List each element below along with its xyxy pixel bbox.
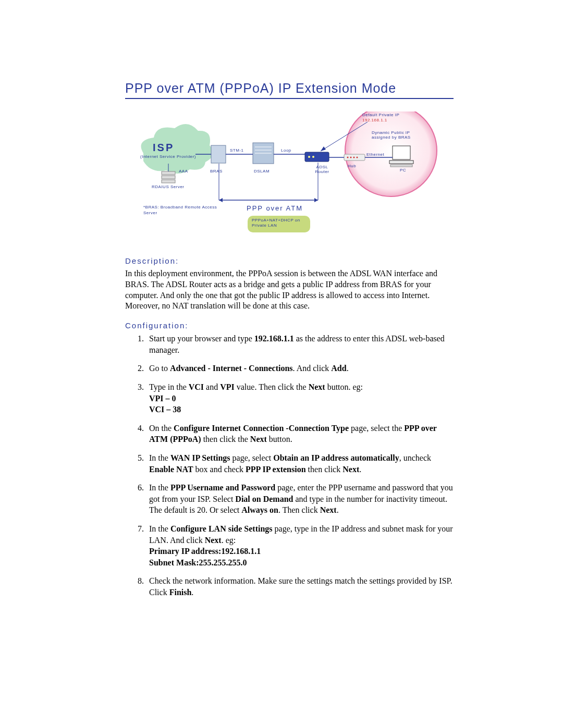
svg-rect-17 [393, 146, 410, 159]
radius-label: RDAIUS Server [152, 184, 188, 189]
pppoa-note: PPPoA+NAT+DHCP on Private LAN [252, 218, 308, 229]
list-item: Go to Advanced - Internet - Connections.… [146, 363, 454, 374]
svg-marker-33 [321, 146, 326, 151]
svg-point-15 [353, 157, 355, 158]
svg-rect-1 [162, 171, 175, 175]
title-rule [125, 98, 454, 99]
description-text: In this deployment environment, the PPPo… [125, 268, 454, 312]
list-item: Type in the VCI and VPI value. Then clic… [146, 381, 454, 415]
aaa-label: AAA [179, 169, 188, 174]
dynamic-ip-label: Dynamic Public IP assigned by BRAS [372, 130, 429, 140]
svg-rect-3 [162, 180, 175, 183]
default-ip-value: 192.168.1.1 [362, 118, 387, 122]
list-item: In the PPP Username and Password page, e… [146, 482, 454, 516]
document-page: PPP over ATM (PPPoA) IP Extension Mode [0, 0, 563, 647]
configuration-heading: Configuration: [125, 321, 454, 330]
svg-point-13 [347, 157, 349, 158]
page-title: PPP over ATM (PPPoA) IP Extension Mode [125, 81, 454, 96]
svg-point-16 [357, 157, 358, 158]
bras-note: *BRAS: Broadband Remote Access Server [143, 204, 222, 216]
stm1-label: STM-1 [230, 148, 244, 153]
bras-label: BRAS [210, 169, 223, 174]
network-diagram: ISP (Internet Service Provider) STM-1 Lo… [133, 112, 446, 247]
isp-sublabel: (Internet Service Provider) [140, 154, 196, 159]
list-item: Start up your browser and type 192.168.1… [146, 333, 454, 355]
svg-point-10 [308, 156, 310, 158]
list-item: Check the network information. Make sure… [146, 575, 454, 598]
default-ip-label: Default Private IP [362, 113, 399, 117]
pc-label: PC [400, 168, 406, 172]
dslam-label: DSLAM [254, 169, 270, 174]
isp-label: ISP [153, 142, 174, 154]
list-item: In the Configure LAN side Settings page,… [146, 523, 454, 568]
svg-rect-4 [211, 145, 226, 163]
svg-point-11 [312, 156, 314, 158]
hub-label: Hub [348, 164, 356, 168]
svg-rect-2 [162, 176, 175, 179]
svg-rect-18 [389, 161, 413, 164]
configuration-list: Start up your browser and type 192.168.1… [125, 333, 454, 598]
list-item: In the WAN IP Settings page, select Obta… [146, 452, 454, 475]
svg-point-14 [350, 157, 352, 158]
adsl-router-label: ADSL Router [309, 165, 335, 174]
list-item: On the Configure Internet Connection -Co… [146, 423, 454, 445]
svg-rect-19 [390, 165, 412, 167]
loop-label: Loop [281, 148, 291, 153]
ethernet-label: Ethernet [366, 152, 384, 157]
svg-marker-27 [219, 198, 223, 202]
ppp-atm-label: PPP over ATM [247, 204, 303, 212]
description-heading: Description: [125, 256, 454, 265]
svg-marker-28 [314, 198, 318, 202]
